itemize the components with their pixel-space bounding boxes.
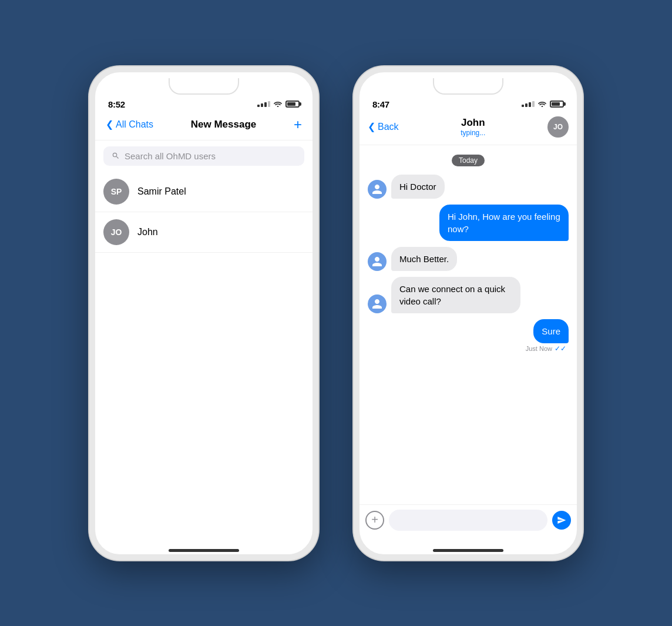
phone-screen: 8:52 ❮ All	[94, 71, 314, 555]
send-icon	[557, 515, 566, 525]
sender-avatar	[368, 294, 387, 313]
message-row-3: Much Better.	[368, 247, 569, 271]
status-icons	[257, 100, 300, 109]
message-bubble: Hi John, How are you feeling now?	[439, 205, 569, 241]
avatar-sp: SP	[103, 179, 129, 205]
signal-icon	[257, 101, 270, 107]
phone-chat: 8:47 ❮ Bac	[354, 66, 583, 560]
contact-item-john[interactable]: JO John	[94, 212, 314, 253]
battery-icon	[285, 101, 300, 108]
avatar-initials: SP	[111, 187, 122, 196]
chat-input-area: +	[358, 504, 578, 538]
message-bubble: Can we connect on a quick video call?	[391, 277, 520, 313]
user-icon	[371, 183, 383, 195]
user-icon	[371, 256, 383, 267]
home-indicator	[358, 538, 578, 555]
home-bar	[169, 549, 239, 552]
back-button[interactable]: ❮ Back	[368, 121, 399, 132]
status-icons	[522, 100, 564, 109]
signal-icon	[522, 101, 535, 107]
status-bar: 8:52	[94, 97, 314, 112]
back-button[interactable]: ❮ All Chats	[106, 119, 153, 130]
contact-item-samir[interactable]: SP Samir Patel	[94, 172, 314, 212]
message-input[interactable]	[389, 510, 547, 531]
contact-name-samir: Samir Patel	[137, 186, 186, 197]
typing-status: typing...	[461, 129, 485, 137]
back-label: All Chats	[116, 119, 153, 130]
avatar-jo: JO	[103, 219, 129, 245]
message-row-4: Can we connect on a quick video call?	[368, 277, 569, 313]
page-title: New Message	[191, 119, 257, 130]
notch-area	[358, 71, 578, 97]
chat-nav: ❮ Back John typing... JO	[358, 112, 578, 145]
message-bubble: Much Better.	[391, 247, 457, 271]
message-group-sure: Sure Just Now ✓✓	[368, 319, 569, 353]
contact-name-john: John	[137, 227, 158, 237]
message-bubble: Hi Doctor	[391, 175, 445, 199]
read-receipt-icon: ✓✓	[555, 344, 566, 353]
search-placeholder: Search all OhMD users	[125, 151, 216, 161]
contact-list: SP Samir Patel JO John	[94, 172, 314, 538]
message-bubble: Sure	[533, 319, 569, 343]
back-label: Back	[378, 122, 399, 132]
date-badge: Today	[452, 155, 485, 166]
chat-messages: Today Hi Doctor Hi John, How are you fee…	[358, 145, 578, 504]
chevron-left-icon: ❮	[106, 119, 113, 130]
nav-bar: ❮ All Chats New Message +	[94, 112, 314, 140]
sender-avatar	[368, 180, 387, 199]
notch	[169, 78, 239, 95]
wifi-icon	[273, 100, 283, 109]
status-time: 8:47	[372, 99, 389, 109]
phone-new-message: 8:52 ❮ All	[89, 66, 318, 560]
notch-area	[94, 71, 314, 97]
status-bar: 8:47	[358, 97, 578, 112]
home-bar	[433, 549, 503, 552]
wifi-icon	[537, 100, 547, 109]
chat-contact-info: John typing...	[461, 117, 485, 137]
message-meta: Just Now ✓✓	[526, 344, 569, 353]
search-bar[interactable]: Search all OhMD users	[103, 146, 304, 166]
search-icon	[112, 152, 120, 160]
notch	[433, 78, 503, 95]
svg-point-1	[542, 106, 543, 107]
contact-avatar: JO	[547, 116, 569, 138]
send-button[interactable]	[552, 511, 571, 530]
status-time: 8:52	[108, 99, 125, 109]
search-container: Search all OhMD users	[94, 140, 314, 172]
avatar-initials: JO	[553, 123, 563, 131]
message-row-1: Hi Doctor	[368, 175, 569, 199]
home-indicator	[94, 538, 314, 555]
add-attachment-button[interactable]: +	[365, 511, 384, 530]
chevron-left-icon: ❮	[368, 121, 375, 132]
message-row-2: Hi John, How are you feeling now?	[368, 205, 569, 241]
message-timestamp: Just Now	[526, 345, 552, 352]
avatar-initials: JO	[111, 227, 122, 237]
svg-point-0	[277, 106, 279, 107]
chat-contact-name: John	[461, 117, 485, 129]
message-row-5: Sure	[533, 319, 569, 343]
add-button[interactable]: +	[294, 116, 302, 133]
battery-icon	[550, 101, 564, 108]
phone-screen: 8:47 ❮ Bac	[358, 71, 578, 555]
user-icon	[371, 298, 383, 310]
sender-avatar	[368, 252, 387, 271]
